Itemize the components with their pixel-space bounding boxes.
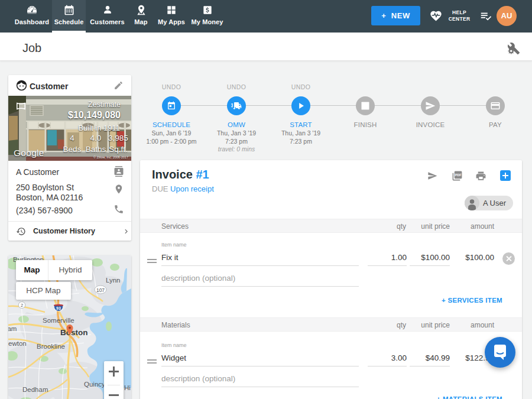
svg-text:Quincy: Quincy xyxy=(84,381,105,388)
svg-text:107: 107 xyxy=(96,287,105,293)
svg-text:Hi: Hi xyxy=(124,384,131,391)
svg-text:Somerville: Somerville xyxy=(43,317,74,324)
svg-text:93: 93 xyxy=(56,306,61,310)
svg-text:Lynn: Lynn xyxy=(106,277,121,284)
svg-text:ham: ham xyxy=(8,325,17,332)
svg-text:2: 2 xyxy=(21,303,23,308)
svg-text:ewton: ewton xyxy=(8,340,27,347)
svg-text:Dedham: Dedham xyxy=(22,386,48,393)
svg-text:PDF: PDF xyxy=(455,173,462,177)
svg-text:Boston: Boston xyxy=(60,328,88,337)
svg-text:Brookline: Brookline xyxy=(37,343,65,350)
